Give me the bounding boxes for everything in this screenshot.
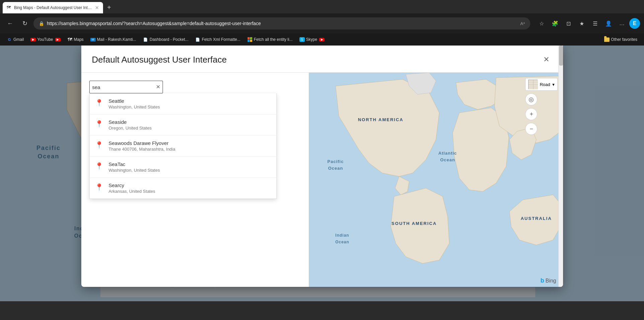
bookmark-mail[interactable]: M Mail - Rakesh.Kamti... xyxy=(88,35,139,44)
browser-chrome: 🗺 Bing Maps - Default Autosuggest User I… xyxy=(0,0,644,33)
suggestion-sub-searcy: Arkansas, United States xyxy=(109,189,155,194)
collections-icon[interactable]: ★ xyxy=(576,17,588,29)
suggestion-seaside[interactable]: 📍 Seaside Oregon, United States xyxy=(90,114,276,136)
svg-text:Ocean: Ocean xyxy=(440,157,455,162)
reader-mode-icon: Aᵃ xyxy=(520,21,525,26)
split-screen-icon[interactable]: ⊡ xyxy=(562,17,574,29)
settings-icon[interactable]: … xyxy=(616,17,628,29)
suggestion-name-seawoods: Seawoods Darawe Flyover xyxy=(109,140,175,146)
pin-icon-searcy: 📍 xyxy=(95,183,103,191)
zoom-in-btn[interactable]: + xyxy=(525,108,537,120)
dialog-body: ✕ 📍 Seattle Washington, United States xyxy=(81,73,563,287)
map-view-label: Road xyxy=(540,82,550,87)
tab-bar: 🗺 Bing Maps - Default Autosuggest User I… xyxy=(0,0,644,13)
dialog-header: Default Autosuggest User Interface ✕ xyxy=(81,46,563,73)
locate-btn[interactable]: ◎ xyxy=(525,93,537,105)
favorites-icon[interactable]: ☆ xyxy=(536,17,548,29)
map-view-selector[interactable]: Road ▾ xyxy=(525,78,557,91)
refresh-btn[interactable]: ↻ xyxy=(19,17,31,29)
address-bar[interactable]: 🔒 https://samples.bingmapsportal.com/?se… xyxy=(33,17,530,29)
map-panel: NORTH AMERICA SOUTH AMERICA Pacific Ocea… xyxy=(309,73,563,287)
svg-text:Ocean: Ocean xyxy=(335,240,349,244)
pin-icon-seatac: 📍 xyxy=(95,162,103,170)
map-inner[interactable]: NORTH AMERICA SOUTH AMERICA Pacific Ocea… xyxy=(309,73,563,287)
svg-text:Indian: Indian xyxy=(335,233,349,238)
suggestion-name-seatac: SeaTac xyxy=(109,161,160,167)
bookmark-fetchxml[interactable]: 📄 Fetch Xml Formatte... xyxy=(192,35,243,44)
skype-favicon: S xyxy=(299,37,305,42)
otherfav-favicon xyxy=(604,37,610,42)
suggestion-seawoods[interactable]: 📍 Seawoods Darawe Flyover Thane 400706, … xyxy=(90,136,276,157)
page-content: b Bing Maps Samples About Docs iSDK Blog… xyxy=(0,46,644,301)
fetchxml-favicon: 📄 xyxy=(195,37,200,42)
svg-text:NORTH AMERICA: NORTH AMERICA xyxy=(358,117,403,122)
dialog-title: Default Autosuggest User Interface xyxy=(92,55,227,65)
lock-icon: 🔒 xyxy=(39,21,44,26)
svg-text:Pacific: Pacific xyxy=(327,159,344,164)
bookmarks-bar: G Gmail ▶ YouTube ▶ 🗺 Maps M Mail - Rake… xyxy=(0,33,644,46)
scrollbar-thumb[interactable] xyxy=(559,46,563,66)
svg-text:Atlantic: Atlantic xyxy=(438,151,457,156)
autosuggest-dialog: Default Autosuggest User Interface ✕ ✕ 📍… xyxy=(81,46,563,287)
bookmark-otherfav[interactable]: Other favorites xyxy=(602,35,640,44)
bing-wm-text: Bing xyxy=(545,278,556,284)
tab-close[interactable]: ✕ xyxy=(95,5,99,10)
skype-extra-icon: ▶ xyxy=(319,38,325,42)
gmail-favicon: G xyxy=(7,37,12,42)
youtube-extra-icon: ▶ xyxy=(55,38,61,42)
suggestion-name-searcy: Searcy xyxy=(109,182,155,188)
back-btn[interactable]: ← xyxy=(4,17,16,29)
address-text: https://samples.bingmapsportal.com/?sear… xyxy=(47,21,518,26)
suggestion-searcy[interactable]: 📍 Searcy Arkansas, United States xyxy=(90,178,276,198)
bookmark-pocket[interactable]: 📄 Dashboard - Pocket... xyxy=(140,35,191,44)
suggestion-seatac[interactable]: 📍 SeaTac Washington, United States xyxy=(90,157,276,178)
nav-icons: ☆ 🧩 ⊡ ★ ☰ 👤 … E xyxy=(536,17,640,29)
bookmark-maps[interactable]: 🗺 Maps xyxy=(65,35,86,44)
map-detail-svg: NORTH AMERICA SOUTH AMERICA Pacific Ocea… xyxy=(309,73,563,287)
pocket-favicon: 📄 xyxy=(143,37,148,42)
suggestions-dropdown: 📍 Seattle Washington, United States 📍 Se… xyxy=(89,93,277,199)
dialog-close-btn[interactable]: ✕ xyxy=(540,54,552,66)
bookmark-skype[interactable]: S Skype ▶ xyxy=(297,35,327,44)
bing-watermark: b Bing xyxy=(540,277,556,284)
autosuggest-search-input[interactable] xyxy=(89,81,163,93)
search-input-wrapper: ✕ xyxy=(89,81,163,93)
maps-favicon: 🗺 xyxy=(67,37,73,42)
search-clear-btn[interactable]: ✕ xyxy=(156,84,160,90)
new-tab-btn[interactable]: + xyxy=(103,1,115,13)
bookmark-gmail[interactable]: G Gmail xyxy=(4,35,26,44)
zoom-out-btn[interactable]: − xyxy=(525,123,537,135)
search-panel: ✕ 📍 Seattle Washington, United States xyxy=(81,73,309,287)
bookmark-youtube[interactable]: ▶ YouTube ▶ xyxy=(28,35,63,44)
favorites-bar-icon[interactable]: ☰ xyxy=(589,17,601,29)
suggestion-sub-seaside: Oregon, United States xyxy=(109,126,152,131)
bookmark-fetchentity[interactable]: Fetch all the entity li... xyxy=(245,35,295,44)
mail-favicon: M xyxy=(90,37,96,42)
pin-icon-seattle: 📍 xyxy=(95,99,103,107)
dialog-scrollbar[interactable] xyxy=(558,46,563,287)
bing-wm-icon: b xyxy=(540,277,544,284)
suggestion-seattle[interactable]: 📍 Seattle Washington, United States xyxy=(90,93,276,114)
tab-favicon: 🗺 xyxy=(7,5,12,10)
svg-text:SOUTH AMERICA: SOUTH AMERICA xyxy=(391,221,437,226)
nav-bar: ← ↻ 🔒 https://samples.bingmapsportal.com… xyxy=(0,13,644,33)
map-view-thumb xyxy=(528,80,538,89)
pin-icon-seawoods: 📍 xyxy=(95,141,103,149)
map-view-chevron: ▾ xyxy=(552,82,555,87)
fetchentity-favicon xyxy=(247,37,253,42)
svg-text:AUSTRALIA: AUSTRALIA xyxy=(521,216,552,221)
map-controls: Road ▾ ◎ + − xyxy=(525,78,557,135)
suggestion-sub-seattle: Washington, United States xyxy=(109,104,160,109)
user-icon[interactable]: 👤 xyxy=(603,17,615,29)
active-tab[interactable]: 🗺 Bing Maps - Default Autosuggest User I… xyxy=(3,2,103,13)
suggestion-sub-seatac: Washington, United States xyxy=(109,168,160,173)
youtube-favicon: ▶ xyxy=(30,37,36,42)
pin-icon-seaside: 📍 xyxy=(95,120,103,128)
extensions-icon[interactable]: 🧩 xyxy=(549,17,561,29)
suggestion-sub-seawoods: Thane 400706, Maharashtra, India xyxy=(109,147,175,152)
suggestion-name-seattle: Seattle xyxy=(109,98,160,104)
suggestion-name-seaside: Seaside xyxy=(109,119,152,125)
svg-text:Ocean: Ocean xyxy=(328,166,343,171)
profile-avatar[interactable]: E xyxy=(629,18,640,29)
tab-title: Bing Maps - Default Autosuggest User Int… xyxy=(14,5,93,10)
